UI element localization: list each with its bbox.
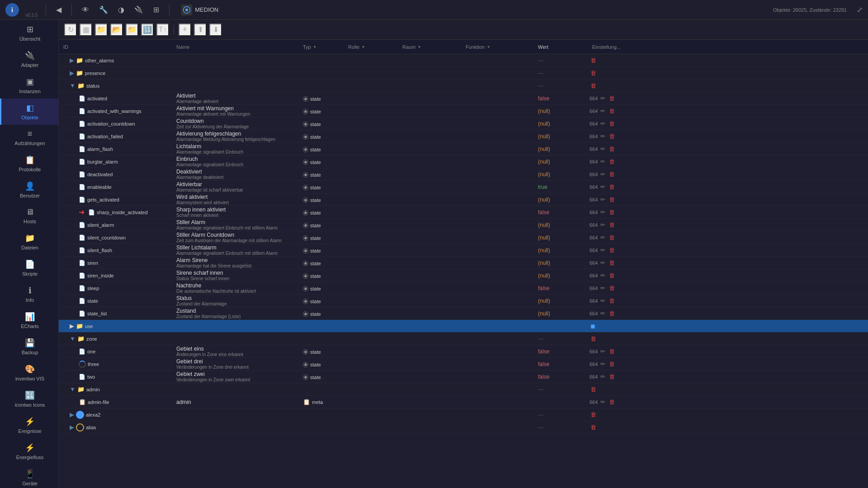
delete-btn[interactable]: 🗑 (608, 372, 616, 381)
edit-btn[interactable]: ✏ (599, 284, 606, 292)
delete-btn[interactable]: 🗑 (608, 309, 616, 318)
table-row[interactable]: 📄 silent_alarm Stiller Alarm Alarmanlage… (59, 219, 868, 231)
sidebar-item-backup[interactable]: 💾 Backup (0, 333, 58, 360)
table-row[interactable]: 📄 state Status Zustand der Alarmanlage s… (59, 295, 868, 307)
th-rolle[interactable]: Rolle ▼ (345, 44, 400, 50)
delete-btn[interactable]: 🗑 (608, 271, 616, 280)
delete-btn[interactable]: 🗑 (608, 195, 616, 204)
delete-btn[interactable]: 🗑 (608, 296, 616, 305)
th-name[interactable]: Name (174, 44, 300, 50)
table-row[interactable]: 📄 state_list Zustand Zustand der Alarman… (59, 307, 868, 320)
table-row[interactable]: 📄 sleep Nachtruhe Die automatische Nacht… (59, 282, 868, 295)
delete-btn[interactable]: 🗑 (590, 385, 597, 394)
edit-btn[interactable]: ✏ (599, 119, 606, 128)
sidebar-item-adapter[interactable]: 🔌 Adapter (0, 46, 58, 72)
sidebar-item-objekte[interactable]: ◧ Objekte (0, 99, 58, 125)
sidebar-item-ubersicht[interactable]: ⊞ Übersicht (0, 20, 58, 46)
edit-btn[interactable]: ✏ (599, 208, 606, 216)
table-row[interactable]: 📄 siren Alarm Sirene Alarmanlage hat die… (59, 257, 868, 269)
delete-btn[interactable]: 🗑 (590, 56, 597, 65)
new-folder-btn[interactable]: 📁 (126, 23, 138, 36)
table-row[interactable]: three Gebiet drei Veränderungen in Zone … (59, 358, 868, 371)
th-typ[interactable]: Typ ▼ (300, 44, 345, 50)
edit-btn[interactable]: ✏ (599, 157, 606, 166)
table-row[interactable]: ▶ alexa2 — 🗑 (59, 408, 868, 421)
table-row[interactable]: ▼ 📁 status — 🗑 (59, 80, 868, 92)
sidebar-item-hosts[interactable]: 🖥 Hosts (0, 203, 58, 229)
table-row[interactable]: 📄 enableable Aktivierbar Alarmanlage ist… (59, 181, 868, 193)
table-row[interactable]: 📄 activated Aktiviert Alarmanlage aktivi… (59, 92, 868, 105)
delete-btn[interactable]: 🗑 (608, 119, 616, 128)
delete-btn[interactable]: 🗑 (608, 360, 616, 368)
th-funktion[interactable]: Funktion ▼ (463, 44, 535, 50)
edit-btn[interactable]: ✏ (599, 246, 606, 254)
th-id[interactable]: ID (61, 44, 174, 50)
edit-btn[interactable]: ✏ (599, 107, 606, 115)
delete-btn[interactable]: 🗑 (608, 132, 616, 141)
view-btn[interactable]: ▦ (80, 23, 92, 36)
table-row[interactable]: ▼ 📁 zone — 🗑 (59, 333, 868, 345)
download-btn[interactable]: ⬇ (209, 23, 222, 36)
edit-btn[interactable]: ✏ (599, 271, 606, 280)
edit-btn[interactable]: ✏ (599, 258, 606, 267)
delete-btn[interactable]: 🗑 (608, 284, 616, 292)
wrench-icon[interactable]: 🔧 (97, 4, 110, 16)
eye-icon[interactable]: 👁 (80, 4, 91, 16)
sidebar-item-instanzen[interactable]: ▣ Instanzen (0, 72, 58, 99)
delete-btn[interactable]: 🗑 (590, 81, 597, 90)
table-row[interactable]: 📋 admin-file admin 📋 meta 664 (59, 396, 868, 408)
open-folder-btn[interactable]: 📂 (110, 23, 123, 36)
expand-icon[interactable]: ⤢ (857, 5, 863, 14)
delete-btn[interactable]: 🗑 (608, 398, 616, 406)
sidebar-item-ereignisse[interactable]: ⚡ Ereignisse (0, 412, 58, 438)
edit-btn[interactable]: ✏ (599, 132, 606, 141)
edit-btn[interactable]: ✏ (599, 360, 606, 368)
table-row[interactable]: 📄 burglar_alarm Einbruch Alarmanlage sig… (59, 155, 868, 168)
edit-btn[interactable]: ✏ (599, 233, 606, 242)
sidebar-item-dateien[interactable]: 📁 Dateien (0, 229, 58, 255)
sidebar-item-icontwo[interactable]: 🔣 icontwo Icons (0, 386, 58, 412)
delete-btn[interactable]: 🗑 (608, 347, 616, 356)
table-row[interactable]: 📄 deactivated Deaktiviert Alarmanlage de… (59, 168, 868, 181)
edit-btn[interactable]: ✏ (599, 309, 606, 318)
table-row[interactable]: 📄 two Gebiet zwei Veränderungen in Zone … (59, 371, 868, 383)
table-row[interactable]: 📄 silent_flash Stiller Lichtalarm Alarma… (59, 244, 868, 257)
sidebar-item-echarts[interactable]: 📊 ECharts (0, 307, 58, 333)
sidebar-item-protokolle[interactable]: 📋 Protokolle (0, 150, 58, 177)
delete-btn[interactable]: 🗑 (608, 107, 616, 115)
number-btn[interactable]: 🔢 (141, 23, 154, 36)
edit-btn[interactable]: ✏ (599, 170, 606, 178)
sidebar-item-inventwo-vis[interactable]: 🎨 inventwo VIS (0, 360, 58, 386)
edit-btn[interactable]: ✏ (599, 195, 606, 204)
text-sort-btn[interactable]: T↑ (156, 23, 169, 36)
table-row[interactable]: 📄 gets_activated Wird aktiviert Alarmsys… (59, 193, 868, 206)
table-row[interactable]: 📄 activation_failed Aktivierung fehlgesc… (59, 130, 868, 143)
edit-btn[interactable]: ✏ (599, 296, 606, 305)
delete-btn[interactable]: 🗑 (590, 334, 597, 343)
edit-btn[interactable]: ✏ (599, 145, 606, 153)
delete-btn[interactable]: 🗑 (608, 94, 616, 103)
blue-action-btn[interactable]: ◼ (590, 322, 596, 330)
delete-btn[interactable]: 🗑 (608, 258, 616, 267)
upload-btn[interactable]: ⬆ (194, 23, 207, 36)
add-btn[interactable]: + (179, 23, 191, 36)
sidebar-item-benutzer[interactable]: 👤 Benutzer (0, 177, 58, 203)
delete-btn[interactable]: 🗑 (608, 221, 616, 229)
delete-btn[interactable]: 🗑 (608, 208, 616, 216)
folder-btn[interactable]: 📁 (95, 23, 108, 36)
sidebar-item-aufzahlungen[interactable]: ≡ Aufzählungen (0, 125, 58, 150)
table-row[interactable]: ▶ 📁 presence — 🗑 (59, 67, 868, 80)
table-row[interactable]: 📄 silent_countdown Stiller Alarm Countdo… (59, 231, 868, 244)
power-icon[interactable]: 🔌 (132, 4, 145, 16)
edit-btn[interactable]: ✏ (599, 347, 606, 356)
table-row[interactable]: 📄 activation_countdown Countdown Zeit zu… (59, 117, 868, 130)
delete-btn[interactable]: 🗑 (608, 157, 616, 166)
edit-btn[interactable]: ✏ (599, 94, 606, 103)
grid-icon[interactable]: ⊞ (151, 4, 161, 16)
table-row[interactable]: ▼ 📁 admin — 🗑 (59, 383, 868, 396)
table-row[interactable]: ▶ alias — 🗑 (59, 421, 868, 434)
table-row[interactable]: ▶ 📁 other_alarms — 🗑 (59, 54, 868, 67)
delete-btn[interactable]: 🗑 (608, 145, 616, 153)
table-row[interactable]: 📄 siren_inside Sirene scharf innen Statu… (59, 269, 868, 282)
sidebar-item-gerate[interactable]: 📱 Geräte (0, 465, 58, 488)
